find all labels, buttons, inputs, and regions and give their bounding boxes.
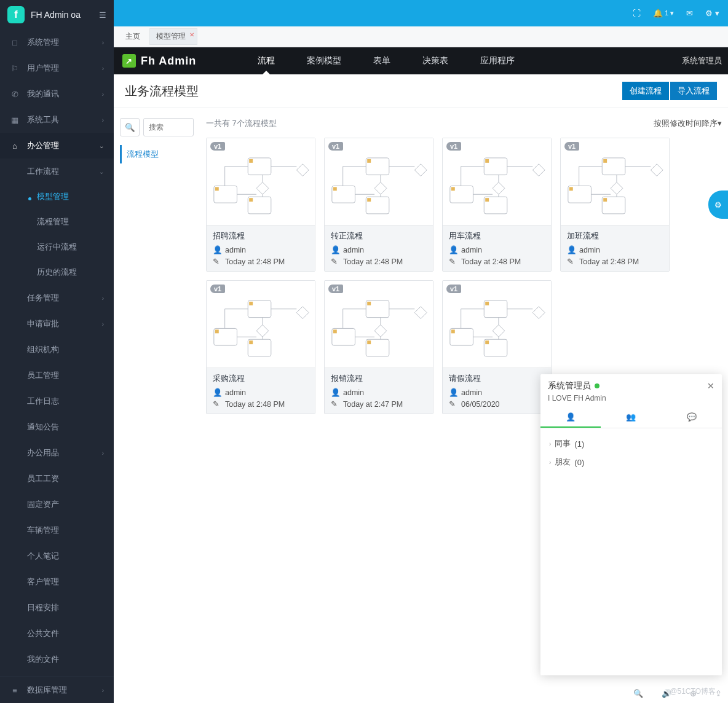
card-body: 加班流程 👤admin ✎Today at 2:48 PM (561, 226, 669, 271)
label: 流程管理 (37, 217, 69, 227)
sidebar-sub2-process-mgmt[interactable]: 流程管理 (0, 210, 114, 235)
sidebar-item-office[interactable]: ⌂办公管理⌄ (0, 133, 114, 159)
label: 工作日志 (27, 396, 104, 407)
fh-nav-form[interactable]: 表单 (363, 48, 400, 74)
zoom-out-icon[interactable]: 🔍 (633, 689, 643, 698)
card-author: admin (225, 246, 246, 254)
tab-home[interactable]: 主页 (119, 28, 147, 45)
version-badge: v1 (328, 142, 343, 151)
model-thumbnail: v1 (325, 138, 433, 226)
sidebar-sub-customer[interactable]: 客户管理 (0, 569, 114, 595)
label: 系统管理 (27, 37, 95, 48)
sidebar-item-contacts[interactable]: ✆我的通讯› (0, 81, 114, 107)
close-tab-icon[interactable]: ✕ (189, 31, 194, 38)
label: 我的文件 (27, 654, 104, 665)
model-card[interactable]: v1 请假流程 👤admin ✎06/05/2020 (442, 280, 552, 414)
sidebar-sub-schedule[interactable]: 日程安排 (0, 595, 114, 621)
label: 历史的流程 (37, 267, 77, 278)
mail-icon[interactable]: ✉ (686, 9, 693, 18)
chevron-right-icon: › (549, 459, 551, 466)
sidebar-item-tools[interactable]: ▦系统工具› (0, 107, 114, 133)
model-thumbnail: v1 (207, 138, 315, 226)
sidebar-item-users[interactable]: ⚐用户管理› (0, 55, 114, 81)
sidebar-sub-org[interactable]: 组织机构 (0, 337, 114, 363)
label: 朋友 (555, 457, 571, 468)
fh-nav-app[interactable]: 应用程序 (470, 48, 524, 74)
svg-marker-74 (414, 307, 427, 319)
edit-icon: ✎ (213, 257, 221, 266)
model-card[interactable]: v1 转正流程 👤admin ✎Today at 2:48 PM (324, 138, 433, 272)
sidebar-item-db[interactable]: ≡数据库管理› (0, 677, 114, 703)
fh-nav: 流程 案例模型 表单 决策表 应用程序 (248, 48, 524, 74)
label: 运行中流程 (37, 242, 77, 253)
fh-nav-decision[interactable]: 决策表 (413, 48, 458, 74)
label: 我的通讯 (27, 88, 95, 100)
count: (0) (574, 458, 584, 467)
tree-root[interactable]: 流程模型 (120, 145, 194, 163)
chevron-right-icon: › (102, 295, 104, 302)
sidebar-sub-salary[interactable]: 员工工资 (0, 466, 114, 492)
sidebar-sub-worklog[interactable]: 工作日志 (0, 388, 114, 414)
sidebar-sub2-history[interactable]: 历史的流程 (0, 260, 114, 285)
edit-icon: ✎ (449, 399, 457, 409)
sidebar-sub2-model-mgmt[interactable]: 模型管理 (0, 184, 114, 210)
sidebar-sub-attendance[interactable]: 考勤管理 (0, 672, 114, 677)
fh-nav-process[interactable]: 流程 (248, 48, 285, 74)
sidebar-sub-vehicle[interactable]: 车辆管理 (0, 517, 114, 543)
sidebar-sub-tasks[interactable]: 任务管理› (0, 285, 114, 311)
card-author: admin (343, 388, 364, 397)
bell-icon[interactable]: 🔔1 ▾ (653, 9, 674, 18)
search-input[interactable] (143, 118, 194, 136)
svg-rect-27 (367, 198, 371, 202)
sidebar-sub-my-files[interactable]: 我的文件 (0, 646, 114, 672)
sort-dropdown[interactable]: 按照修改时间降序▾ (654, 118, 722, 129)
sidebar-item-system[interactable]: □系统管理› (0, 29, 114, 55)
sidebar-sub-public-files[interactable]: 公共文件 (0, 621, 114, 646)
tab-model-mgmt[interactable]: 模型管理✕ (149, 28, 197, 45)
sidebar-sub-notes[interactable]: 个人笔记 (0, 543, 114, 569)
chat-group-friend[interactable]: ›朋友 (0) (549, 453, 713, 471)
fh-user-label[interactable]: 系统管理员 (676, 55, 728, 66)
svg-rect-55 (603, 198, 607, 202)
sidebar-sub-notice[interactable]: 通知公告 (0, 414, 114, 440)
svg-marker-4 (296, 164, 309, 176)
share-icon[interactable]: ⇪ (715, 689, 722, 698)
user-icon: 👤 (331, 388, 339, 397)
fh-nav-case[interactable]: 案例模型 (297, 48, 351, 74)
card-author: admin (225, 388, 246, 397)
settings-icon[interactable]: ⚙ ▾ (705, 9, 719, 18)
sidebar-sub-supplies[interactable]: 办公用品› (0, 440, 114, 466)
chat-group-colleague[interactable]: ›同事 (1) (549, 434, 713, 453)
label: 申请审批 (27, 318, 95, 329)
chevron-right-icon: › (102, 321, 104, 328)
hamburger-icon[interactable]: ☰ (99, 10, 106, 20)
model-card[interactable]: v1 采购流程 👤admin ✎Today at 2:48 PM (206, 280, 315, 414)
model-card[interactable]: v1 招聘流程 👤admin ✎Today at 2:48 PM (206, 138, 315, 272)
card-title: 报销流程 (331, 373, 427, 384)
phone-icon: ✆ (10, 90, 20, 99)
svg-rect-53 (569, 187, 573, 190)
model-card[interactable]: v1 报销流程 👤admin ✎Today at 2:47 PM (324, 280, 433, 414)
label: 用户管理 (27, 63, 95, 74)
label: 同事 (555, 438, 571, 449)
create-process-button[interactable]: 创建流程 (622, 82, 669, 100)
search-button[interactable]: 🔍 (120, 118, 140, 136)
import-process-button[interactable]: 导入流程 (670, 82, 717, 100)
model-card[interactable]: v1 加班流程 👤admin ✎Today at 2:48 PM (560, 138, 670, 272)
chat-tab-message[interactable]: 💬 (662, 407, 722, 428)
fh-logo-text: Fh Admin (141, 55, 196, 68)
user-icon: 👤 (449, 245, 457, 254)
sidebar-sub-workflow[interactable]: 工作流程⌄ (0, 159, 114, 184)
sidebar-sub2-running[interactable]: 运行中流程 (0, 235, 114, 260)
chat-close-icon[interactable]: ✕ (707, 381, 714, 391)
card-time: Today at 2:48 PM (461, 257, 521, 266)
sidebar-sub-assets[interactable]: 固定资产 (0, 492, 114, 517)
card-author: admin (579, 246, 600, 254)
chat-tab-person[interactable]: 👤 (540, 407, 601, 428)
model-card[interactable]: v1 用车流程 👤admin ✎Today at 2:48 PM (442, 138, 552, 272)
sidebar-sub-employee[interactable]: 员工管理 (0, 363, 114, 388)
sidebar-sub-approve[interactable]: 申请审批› (0, 311, 114, 337)
fullscreen-icon[interactable]: ⛶ (633, 9, 641, 18)
label: 任务管理 (27, 293, 95, 304)
chat-tab-group[interactable]: 👥 (601, 407, 661, 428)
